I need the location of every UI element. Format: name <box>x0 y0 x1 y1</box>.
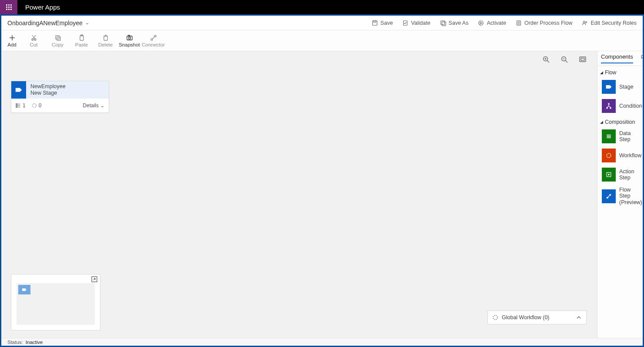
svg-line-54 <box>609 106 611 107</box>
svg-rect-49 <box>608 103 609 105</box>
cut-icon <box>30 34 37 41</box>
app-launcher[interactable] <box>0 0 17 14</box>
activate-button[interactable]: Activate <box>478 20 506 26</box>
component-action-step[interactable]: Action Step <box>597 165 643 184</box>
status-bar: Status: Inactive <box>1 338 643 346</box>
stage-entity-label: NewEmployee <box>30 83 104 90</box>
svg-rect-39 <box>581 58 584 60</box>
order-process-flow-button[interactable]: Order Process Flow <box>516 20 572 26</box>
status-value: Inactive <box>26 340 43 345</box>
action-step-icon <box>602 168 616 182</box>
flow-step-icon <box>602 189 616 203</box>
stage-workflow-count: 0 <box>32 102 42 109</box>
svg-rect-25 <box>127 36 132 40</box>
zoom-out-button[interactable] <box>561 56 568 63</box>
waffle-icon <box>6 4 12 10</box>
svg-line-36 <box>565 60 567 63</box>
svg-point-26 <box>128 37 130 39</box>
chevron-down-icon: ⌄ <box>100 103 104 109</box>
component-stage[interactable]: Stage <box>597 77 643 96</box>
stage-icon <box>11 81 26 99</box>
connector-button[interactable]: Connector <box>141 30 165 51</box>
minimap-stage-icon <box>18 285 30 294</box>
global-workflow-toggle[interactable]: Global Workflow (0) <box>487 311 587 324</box>
svg-rect-4 <box>442 22 446 26</box>
order-icon <box>516 20 522 26</box>
svg-line-32 <box>547 60 549 63</box>
svg-rect-0 <box>373 20 377 25</box>
add-button[interactable]: Add <box>2 30 22 51</box>
chevron-down-icon: ⌄ <box>85 20 89 26</box>
copy-icon <box>54 34 61 41</box>
svg-point-58 <box>607 153 611 158</box>
delete-icon <box>102 34 109 41</box>
activate-icon <box>478 20 484 26</box>
security-roles-icon <box>582 20 588 26</box>
component-workflow[interactable]: Workflow <box>597 146 643 165</box>
process-name-label: OnboardingANewEmployee <box>7 20 83 26</box>
zoom-in-button[interactable] <box>542 56 550 63</box>
svg-rect-20 <box>80 36 83 40</box>
snapshot-icon <box>126 34 133 41</box>
chevron-up-icon <box>576 314 582 321</box>
component-data-step[interactable]: Data Step <box>597 127 643 146</box>
tab-components[interactable]: Components <box>601 53 633 63</box>
save-as-button[interactable]: Save As <box>440 20 469 26</box>
steps-icon <box>16 103 21 108</box>
stage-details-toggle[interactable]: Details ⌄ <box>83 102 104 109</box>
stage-card[interactable]: NewEmployee New Stage 1 0 <box>11 81 109 113</box>
svg-point-48 <box>493 315 497 320</box>
svg-line-62 <box>608 195 610 197</box>
fit-to-screen-button[interactable] <box>579 56 587 63</box>
svg-rect-38 <box>580 57 586 62</box>
section-composition-toggle[interactable]: ◢ Composition <box>597 116 643 127</box>
data-step-icon <box>602 129 616 143</box>
svg-rect-27 <box>128 35 130 36</box>
svg-rect-41 <box>16 105 17 106</box>
paste-icon <box>78 34 85 41</box>
copy-button[interactable]: Copy <box>46 30 70 51</box>
add-icon <box>9 34 16 41</box>
svg-rect-3 <box>440 20 444 24</box>
svg-line-30 <box>152 36 154 39</box>
stage-steps-count: 1 <box>16 102 26 109</box>
validate-button[interactable]: Validate <box>402 20 430 26</box>
svg-rect-42 <box>16 107 17 108</box>
component-flow-step[interactable]: Flow Step (Preview) <box>597 184 643 208</box>
workflow-count-icon <box>32 103 37 108</box>
snapshot-button[interactable]: Snapshot <box>117 30 141 51</box>
workflow-icon <box>602 149 616 162</box>
collapse-icon: ◢ <box>600 120 603 124</box>
component-condition[interactable]: Condition <box>597 96 643 116</box>
svg-rect-51 <box>610 107 611 109</box>
condition-icon <box>602 99 616 113</box>
svg-rect-18 <box>56 36 59 39</box>
cut-button[interactable]: Cut <box>22 30 46 51</box>
global-workflow-label: Global Workflow (0) <box>502 314 550 321</box>
status-label: Status: <box>7 340 23 345</box>
minimap[interactable] <box>11 274 100 330</box>
delete-button[interactable]: Delete <box>93 30 117 51</box>
svg-rect-50 <box>606 107 607 109</box>
workflow-icon <box>492 314 498 321</box>
validate-icon <box>402 20 408 26</box>
svg-rect-1 <box>374 20 376 22</box>
svg-point-46 <box>32 104 36 108</box>
svg-point-11 <box>586 21 587 23</box>
svg-rect-19 <box>57 37 60 40</box>
paste-button[interactable]: Paste <box>70 30 93 51</box>
app-title: Power Apps <box>17 3 68 11</box>
minimap-expand-button[interactable] <box>91 276 97 282</box>
process-name-dropdown[interactable]: OnboardingANewEmployee ⌄ <box>7 20 89 26</box>
section-flow-toggle[interactable]: ◢ Flow <box>597 66 643 77</box>
edit-security-roles-button[interactable]: Edit Security Roles <box>582 20 637 26</box>
minimap-viewport <box>17 283 95 325</box>
tab-properties[interactable]: Pro <box>641 54 643 63</box>
save-icon <box>372 20 378 26</box>
connector-icon <box>150 34 157 41</box>
stage-icon <box>602 80 616 94</box>
stage-name-label: New Stage <box>30 90 104 96</box>
design-canvas[interactable]: NewEmployee New Stage 1 0 <box>1 51 597 340</box>
collapse-icon: ◢ <box>600 70 603 75</box>
save-button[interactable]: Save <box>372 20 393 26</box>
